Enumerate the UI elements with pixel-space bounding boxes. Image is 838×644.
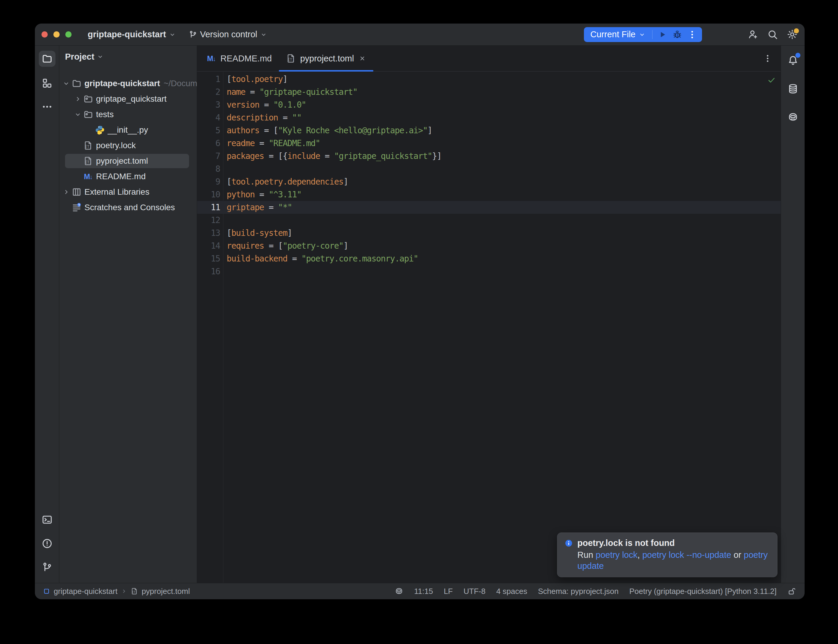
line-number: 4 xyxy=(197,113,220,123)
link-poetry-lock-no-update[interactable]: poetry lock --no-update xyxy=(642,550,731,560)
link-poetry-lock[interactable]: poetry lock xyxy=(596,550,637,560)
code-line-4: 4description = "" xyxy=(197,111,781,124)
settings-icon[interactable] xyxy=(786,29,798,41)
code-with-me-icon[interactable] xyxy=(747,29,759,41)
code-token: = xyxy=(245,87,260,97)
lock-open-icon[interactable] xyxy=(787,587,796,596)
code-line-text: [tool.poetry.dependencies] xyxy=(220,177,348,187)
close-tab-icon[interactable] xyxy=(358,54,366,62)
right-toolbar xyxy=(781,46,805,583)
tab-options-icon[interactable] xyxy=(762,53,774,64)
tab-readme-md[interactable]: M↓README.md xyxy=(199,46,279,71)
project-tool-button[interactable] xyxy=(39,51,56,67)
line-number: 2 xyxy=(197,87,220,97)
line-number: 16 xyxy=(197,266,220,276)
toml-icon: [T] xyxy=(286,53,296,64)
status-schema-pyproject-json[interactable]: Schema: pyproject.json xyxy=(538,587,618,596)
git-tool-button[interactable] xyxy=(39,559,56,575)
code-editor[interactable]: 1[tool.poetry]2name = "griptape-quicksta… xyxy=(197,72,781,583)
status-poetry-griptape-quickstart-python-3-11-2[interactable]: Poetry (griptape-quickstart) [Python 3.1… xyxy=(629,587,777,596)
tree-item-poetry-lock[interactable]: [T]poetry.lock xyxy=(59,138,197,153)
tree-item-label: __init__.py xyxy=(108,125,148,135)
status-widgets: 11:15LFUTF-84 spacesSchema: pyproject.js… xyxy=(394,587,796,596)
status-11-15[interactable]: 11:15 xyxy=(414,587,433,596)
editor-area: M↓README.md[T]pyproject.toml 1[tool.poet… xyxy=(197,46,781,583)
line-number: 11 xyxy=(197,202,220,212)
svg-text:[T]: [T] xyxy=(85,145,92,149)
window-controls xyxy=(41,31,72,38)
tree-item-griptape-quickstart[interactable]: griptape-quickstart~/Docume xyxy=(59,76,197,91)
svg-text:[T]: [T] xyxy=(288,58,295,62)
code-token: = xyxy=(320,151,334,161)
more-run-options-icon[interactable] xyxy=(687,30,697,39)
code-token: "poetry-core" xyxy=(283,241,343,251)
code-line-15: 15build-backend = "poetry.core.masonry.a… xyxy=(197,252,781,265)
database-tool-button[interactable] xyxy=(785,81,801,97)
zoom-window-button[interactable] xyxy=(65,31,72,38)
code-token: ] xyxy=(343,177,348,187)
code-token: = xyxy=(264,202,278,212)
status-utf-8[interactable]: UTF-8 xyxy=(463,587,485,596)
chevron-down-icon[interactable] xyxy=(72,109,83,120)
copilot-tool-button[interactable] xyxy=(785,109,801,125)
notification-popup: poetry.lock is not found Run poetry lock… xyxy=(557,532,777,577)
main-area: Project griptape-quickstart~/Documegript… xyxy=(35,46,805,583)
tree-item-griptape-quickstart[interactable]: griptape_quickstart xyxy=(59,91,197,107)
chevron-down-icon xyxy=(639,31,646,38)
notifications-button[interactable] xyxy=(785,53,801,69)
chevron-right-icon xyxy=(121,588,127,595)
code-line-6: 6readme = "README.md" xyxy=(197,137,781,150)
code-line-text: authors = ["Kyle Roche <hello@griptape.a… xyxy=(220,125,432,135)
code-line-text: name = "griptape-quickstart" xyxy=(220,87,357,97)
inspections-ok-icon[interactable] xyxy=(767,76,776,84)
package-icon xyxy=(83,94,93,104)
breadcrumb-griptape-quickstart[interactable]: griptape-quickstart xyxy=(54,587,118,596)
close-window-button[interactable] xyxy=(41,31,48,38)
chevron-right-icon[interactable] xyxy=(61,187,72,197)
line-number: 13 xyxy=(197,228,220,238)
code-token: tool.poetry.dependencies xyxy=(232,177,343,187)
project-view-label: Project xyxy=(65,52,94,62)
problems-tool-button[interactable] xyxy=(39,536,56,552)
code-token: description xyxy=(227,113,278,123)
chevron-down-icon[interactable] xyxy=(61,78,72,89)
run-widget: Current File xyxy=(584,27,702,42)
copilot-icon[interactable] xyxy=(394,587,404,596)
terminal-tool-button[interactable] xyxy=(39,512,56,528)
status-lf[interactable]: LF xyxy=(444,587,453,596)
status-4-spaces[interactable]: 4 spaces xyxy=(496,587,527,596)
debug-button[interactable] xyxy=(672,30,682,39)
tree-item-external-libraries[interactable]: External Libraries xyxy=(59,184,197,200)
code-line-text: readme = "README.md" xyxy=(220,138,320,148)
code-token: "*" xyxy=(278,202,292,212)
code-token: "poetry.core.masonry.api" xyxy=(301,254,418,264)
more-tool-windows-button[interactable] xyxy=(39,99,56,115)
structure-tool-button[interactable] xyxy=(39,75,56,91)
tree-item-pyproject-toml[interactable]: [T]pyproject.toml xyxy=(59,153,197,169)
search-everywhere-icon[interactable] xyxy=(766,29,778,41)
chevron-spacer xyxy=(61,202,72,213)
svg-text:[T]: [T] xyxy=(132,590,137,594)
project-switcher[interactable]: griptape-quickstart xyxy=(88,30,176,39)
minimize-window-button[interactable] xyxy=(53,31,60,38)
project-view-selector[interactable]: Project xyxy=(59,46,197,68)
tree-item-tests[interactable]: tests xyxy=(59,107,197,122)
tab-pyproject-toml[interactable]: [T]pyproject.toml xyxy=(279,46,373,71)
chevron-right-icon[interactable] xyxy=(72,94,83,104)
settings-update-badge xyxy=(794,28,799,33)
run-config-selector[interactable]: Current File xyxy=(589,30,648,39)
tree-item-label: griptape_quickstart xyxy=(96,94,167,104)
git-branch-icon xyxy=(189,30,197,39)
python-icon xyxy=(95,125,105,135)
breadcrumb-pyproject-toml[interactable]: pyproject.toml xyxy=(142,587,190,596)
vcs-widget[interactable]: Version control xyxy=(189,30,267,39)
code-token: include xyxy=(288,151,320,161)
library-icon xyxy=(72,187,82,197)
code-token: "Kyle Roche <hello@griptape.ai>" xyxy=(278,125,427,135)
run-button[interactable] xyxy=(657,30,667,39)
tree-item-readme-md[interactable]: M↓README.md xyxy=(59,169,197,184)
tree-item-scratches-and-consoles[interactable]: Scratches and Consoles xyxy=(59,200,197,215)
tree-item-init-py[interactable]: __init__.py xyxy=(59,122,197,138)
module-icon xyxy=(43,587,50,595)
line-number: 5 xyxy=(197,125,220,135)
